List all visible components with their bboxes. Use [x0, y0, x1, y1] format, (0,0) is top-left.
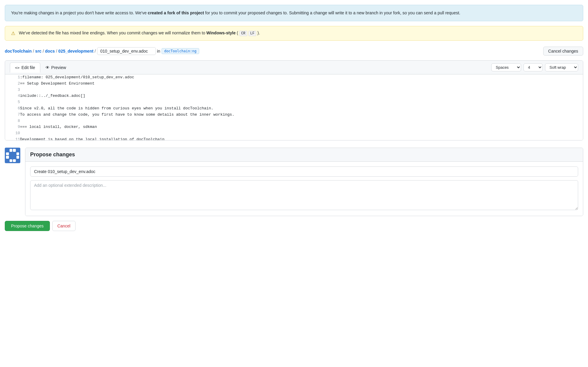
line-number: 8	[5, 118, 20, 124]
branch-badge: docToolchain:ng	[162, 48, 199, 54]
breadcrumb-sep2: /	[43, 49, 44, 53]
breadcrumb-src[interactable]: src	[35, 49, 42, 53]
cancel-form-button[interactable]: Cancel	[52, 221, 76, 231]
commit-message-input[interactable]	[30, 166, 578, 177]
table-row: 3	[5, 87, 583, 93]
line-number: 5	[5, 99, 20, 105]
line-number: 3	[5, 87, 20, 93]
table-row: 11 Development is based on the local ins…	[5, 137, 583, 140]
cancel-changes-button[interactable]: Cancel changes	[543, 47, 583, 56]
info-banner-text: You're making changes in a project you d…	[11, 10, 460, 15]
editor-tabs: <> Edit file 👁 Preview	[10, 62, 71, 72]
table-row: 10	[5, 130, 583, 137]
line-number: 1	[5, 74, 20, 81]
commit-description-textarea[interactable]	[30, 180, 578, 210]
indent-select[interactable]: 2 4 8	[523, 63, 543, 71]
softwrap-select[interactable]: Soft wrap No wrap	[545, 63, 578, 71]
line-code: To access and change the code, you first…	[20, 112, 583, 118]
lf-badge: LF	[248, 31, 256, 36]
tab-preview-label: Preview	[51, 65, 66, 70]
editor-code-area[interactable]: 1 :filename: 025_development/010_setup_d…	[5, 74, 583, 140]
action-buttons: Propose changes Cancel	[5, 221, 583, 231]
line-code: == Setup Development Environment	[20, 81, 583, 87]
avatar	[5, 148, 20, 163]
table-row: 9 === local install, docker, sdkman	[5, 124, 583, 130]
edit-file-icon: <>	[15, 65, 20, 70]
line-code	[20, 118, 583, 124]
line-code: include::../_feedback.adoc[]	[20, 93, 583, 99]
breadcrumb-sep3: /	[56, 49, 57, 53]
info-banner: You're making changes in a project you d…	[5, 5, 583, 21]
line-number: 2	[5, 81, 20, 87]
line-number: 4	[5, 93, 20, 99]
preview-icon: 👁	[45, 65, 50, 70]
breadcrumb-repo[interactable]: docToolchain	[5, 49, 32, 53]
table-row: 6 Since v2.0, all the code is hidden fro…	[5, 105, 583, 112]
breadcrumb-row: docToolchain / src / docs / 025_developm…	[5, 47, 583, 56]
cr-badge: CR	[239, 31, 247, 36]
line-code	[20, 87, 583, 93]
propose-changes-button[interactable]: Propose changes	[5, 221, 50, 231]
spaces-select[interactable]: Spaces Tabs	[491, 63, 521, 71]
code-table: 1 :filename: 025_development/010_setup_d…	[5, 74, 583, 140]
breadcrumb: docToolchain / src / docs / 025_developm…	[5, 47, 199, 55]
warning-banner: ⚠ We've detected the file has mixed line…	[5, 26, 583, 41]
editor-toolbar: <> Edit file 👁 Preview Spaces Tabs 2 4 8…	[5, 61, 583, 74]
propose-form-header: Propose changes	[25, 148, 583, 162]
line-number: 7	[5, 112, 20, 118]
breadcrumb-sep1: /	[33, 49, 34, 53]
line-number: 9	[5, 124, 20, 130]
filename-input[interactable]	[97, 47, 156, 55]
line-code	[20, 130, 583, 137]
warning-icon: ⚠	[11, 30, 15, 36]
propose-form-body	[25, 162, 583, 216]
table-row: 5	[5, 99, 583, 105]
line-number: 10	[5, 130, 20, 137]
table-row: 7 To access and change the code, you fir…	[5, 112, 583, 118]
table-row: 1 :filename: 025_development/010_setup_d…	[5, 74, 583, 81]
table-row: 2 == Setup Development Environment	[5, 81, 583, 87]
tab-edit-file-label: Edit file	[22, 65, 35, 70]
line-code: === local install, docker, sdkman	[20, 124, 583, 130]
line-number: 6	[5, 105, 20, 112]
warning-banner-text: We've detected the file has mixed line e…	[19, 30, 260, 36]
breadcrumb-sep4: /	[95, 49, 96, 53]
in-label: in	[157, 49, 160, 53]
propose-form: Propose changes	[25, 148, 583, 216]
tab-edit-file[interactable]: <> Edit file	[10, 62, 40, 73]
table-row: 4 include::../_feedback.adoc[]	[5, 93, 583, 99]
breadcrumb-development[interactable]: 025_development	[58, 49, 93, 53]
line-code: :filename: 025_development/010_setup_dev…	[20, 74, 583, 81]
propose-section: Propose changes	[5, 148, 583, 216]
line-code: Since v2.0, all the code is hidden from …	[20, 105, 583, 112]
table-row: 8	[5, 118, 583, 124]
editor-panel: <> Edit file 👁 Preview Spaces Tabs 2 4 8…	[5, 60, 583, 140]
editor-controls: Spaces Tabs 2 4 8 Soft wrap No wrap	[491, 63, 578, 71]
line-number: 11	[5, 137, 20, 140]
line-code: Development is based on the local instal…	[20, 137, 583, 140]
tab-preview[interactable]: 👁 Preview	[40, 62, 71, 72]
propose-changes-title: Propose changes	[30, 152, 578, 158]
breadcrumb-docs[interactable]: docs	[45, 49, 55, 53]
line-code	[20, 99, 583, 105]
